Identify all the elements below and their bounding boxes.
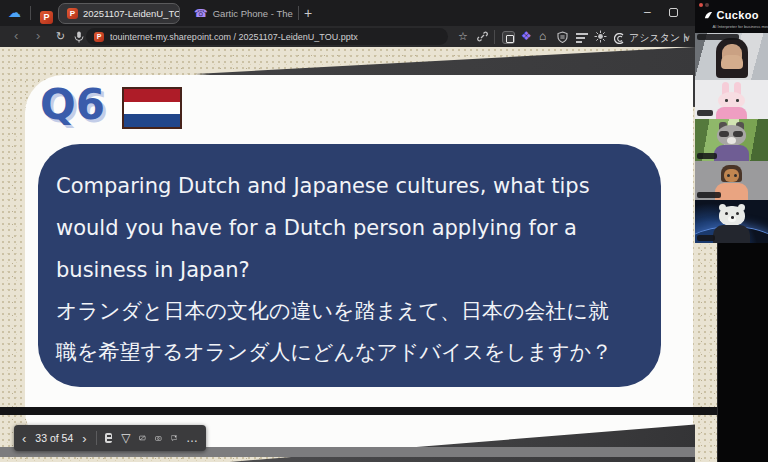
tab-title: 20251107-LeidenU_TOU.pptx [83,8,180,19]
forward-button[interactable]: › [36,28,40,44]
previous-slide-button[interactable]: ‹ [22,431,26,446]
avatar [725,212,728,215]
powerpoint-icon: P [94,32,104,42]
powerpoint-icon: P [67,8,78,19]
slideshow-toolbar: ‹ 33 of 54 › ▽ … [14,425,206,451]
tab-divider [30,6,31,20]
reload-button[interactable]: ↻ [56,28,65,44]
window-bottom-edge [0,407,768,415]
flag-stripe-white [124,102,180,115]
participant-video-4[interactable] [695,161,768,200]
browser-toolbar: ‹ › ↻ P touinternet-my.sharepoint.com / … [0,26,717,47]
laser-pointer-icon[interactable]: ▽ [121,432,130,444]
avatar [736,99,739,102]
tab-title: Gartic Phone - The Telephone [213,8,294,19]
cuckoo-bird-icon [704,11,713,20]
participant-video-5[interactable] [695,200,768,243]
avatar [725,99,728,102]
close-dot-icon[interactable] [699,3,703,7]
participant-video-1[interactable] [695,33,768,80]
slide-position: 33 of 54 [35,432,73,444]
avatar [714,145,749,161]
participant-name-label [697,34,739,40]
extension-gem-icon[interactable]: ❖ [521,29,532,44]
link-icon[interactable] [477,31,488,42]
avatar [733,131,743,137]
cuckoo-logo: Cuckoo [695,9,768,21]
question-text-en: Comparing Dutch and Japanese cultures, w… [56,165,643,207]
question-text-ja: 職を希望するオランダ人にどんなアドバイスをしますか？ [56,332,643,373]
microphone-icon[interactable] [74,31,84,43]
assistant-button[interactable]: アシスタント [614,31,690,45]
participant-name-label [697,110,713,116]
telephone-icon: ☎ [194,7,208,20]
participant-video-2[interactable] [695,80,768,119]
question-text-en: business in Japan? [56,249,643,291]
window-minimize-button[interactable]: – [644,5,651,19]
tab-presentation[interactable]: P 20251107-LeidenU_TOU.pptx [58,3,180,24]
address-bar[interactable]: P touinternet-my.sharepoint.com / 202511… [86,28,448,45]
powerpoint-icon: P [40,11,53,24]
window-maximize-button[interactable] [669,8,678,17]
url-text: touinternet-my.sharepoint.com / 20251107… [110,32,358,42]
presentation-canvas: Q6 Comparing Dutch and Japanese cultures… [0,47,717,462]
new-tab-button[interactable]: + [304,4,312,22]
assistant-label: アシスタント [629,31,690,45]
flag-stripe-blue [124,114,180,127]
participant-name-label [697,235,715,241]
avatar [719,131,729,137]
tab-divider [298,6,299,20]
tune-lines-icon[interactable] [576,33,588,45]
avatar [736,212,739,215]
participant-name-label [697,192,721,198]
bookmark-star-icon[interactable]: ☆ [458,29,468,44]
assistant-icon [614,33,625,44]
toolbar-divider [494,30,495,44]
avatar [713,225,750,243]
chevron-down-icon[interactable]: ∨ [684,31,691,46]
extension-badge-icon[interactable] [502,31,515,44]
cuckoo-panel-body [717,243,768,462]
avatar [727,174,730,177]
participant-video-3[interactable] [695,119,768,161]
participant-name-label [697,153,717,159]
flag-stripe-red [124,89,180,102]
avatar [716,107,747,119]
minimize-dot-icon[interactable] [705,3,709,7]
more-options-button[interactable]: … [186,432,198,444]
sparkle-burst-icon[interactable] [594,30,607,43]
camera-icon[interactable] [155,433,162,444]
extension-home-icon[interactable]: ⌂ [539,29,546,44]
browser-tab-strip: ☁ P P 20251107-LeidenU_TOU.pptx ☎ Gartic… [0,0,717,26]
captions-icon[interactable] [105,433,112,443]
shield-icon[interactable] [557,31,568,43]
pinned-tab-powerpoint[interactable]: P [40,6,53,24]
question-number: Q6 [40,80,105,129]
next-slide-button[interactable]: › [82,431,86,446]
question-box: Comparing Dutch and Japanese cultures, w… [38,144,661,387]
avatar [734,174,737,177]
question-text-ja: オランダと日本の文化の違いを踏まえて、日本の会社に就 [56,291,643,332]
netherlands-flag [122,87,182,129]
cuckoo-header: Cuckoo AI Interpreter for business meeti… [695,0,768,33]
avatar [721,55,743,69]
comment-icon[interactable] [171,432,177,444]
onedrive-cloud-icon[interactable]: ☁ [8,5,21,20]
back-button[interactable]: ‹ [14,28,18,44]
avatar [727,137,736,144]
ink-off-icon[interactable] [139,432,146,444]
cuckoo-tagline: AI Interpreter for business meetings [713,24,751,29]
avatar [731,216,734,219]
question-text-en: would you have for a Dutch person applyi… [56,207,643,249]
tab-gartic-phone[interactable]: ☎ Gartic Phone - The Telephone [186,3,294,24]
screen: ☁ P P 20251107-LeidenU_TOU.pptx ☎ Gartic… [0,0,768,462]
cuckoo-window: Cuckoo AI Interpreter for business meeti… [695,0,768,243]
